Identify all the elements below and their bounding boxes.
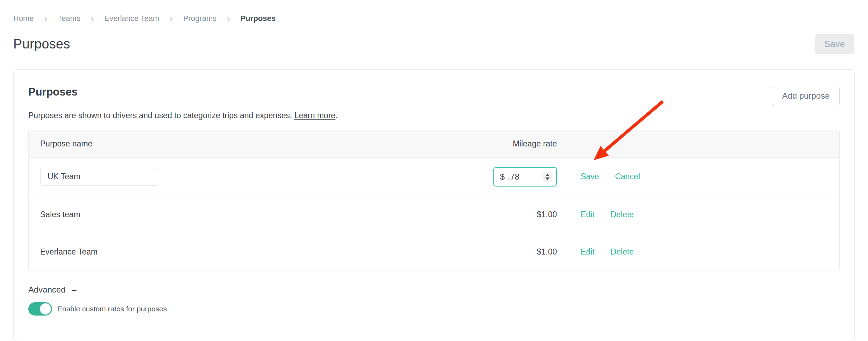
- save-button-top[interactable]: Save: [815, 34, 854, 54]
- chevron-right-icon: ›: [170, 15, 173, 22]
- row-actions: Save Cancel: [557, 172, 828, 181]
- advanced-label: Advanced: [28, 285, 66, 295]
- purpose-name-input[interactable]: [40, 168, 158, 186]
- row-save-link[interactable]: Save: [581, 172, 599, 181]
- mileage-rate-cell: $1.00: [492, 210, 557, 219]
- row-delete-link[interactable]: Delete: [611, 210, 634, 219]
- page-header: Purposes Save: [0, 34, 868, 54]
- row-actions: Edit Delete: [557, 247, 828, 257]
- learn-more-link[interactable]: Learn more: [294, 111, 336, 120]
- breadcrumb-purposes-current: Purposes: [241, 14, 275, 23]
- collapse-icon[interactable]: –: [72, 286, 77, 293]
- breadcrumb: Home › Teams › Everlance Team › Programs…: [0, 0, 868, 23]
- card-header: Purposes Add purpose: [28, 86, 840, 106]
- column-header-mileage-rate: Mileage rate: [492, 139, 557, 149]
- row-cancel-link[interactable]: Cancel: [615, 172, 640, 181]
- stepper-up-icon[interactable]: [545, 174, 550, 176]
- table-header-row: Purpose name Mileage rate: [29, 130, 839, 158]
- breadcrumb-programs[interactable]: Programs: [183, 14, 216, 23]
- chevron-right-icon: ›: [91, 15, 94, 22]
- page-title: Purposes: [13, 37, 70, 52]
- purpose-name-cell: [40, 168, 492, 186]
- advanced-section-header: Advanced –: [28, 285, 840, 295]
- breadcrumb-teams[interactable]: Teams: [58, 14, 80, 23]
- chevron-right-icon: ›: [227, 15, 230, 22]
- purpose-name-cell: Sales team: [40, 210, 492, 219]
- custom-rates-toggle-row: Enable custom rates for purposes: [28, 302, 840, 316]
- card-description-period: .: [336, 111, 338, 120]
- custom-rates-toggle-label: Enable custom rates for purposes: [57, 305, 167, 313]
- mileage-rate-input[interactable]: [508, 172, 532, 182]
- column-header-purpose-name: Purpose name: [40, 139, 492, 149]
- row-actions: Edit Delete: [557, 210, 828, 219]
- row-delete-link[interactable]: Delete: [611, 247, 634, 257]
- currency-symbol: $: [500, 172, 505, 182]
- mileage-rate-cell: $: [492, 167, 557, 187]
- stepper-down-icon[interactable]: [545, 177, 550, 180]
- row-edit-link[interactable]: Edit: [581, 210, 595, 219]
- card-description: Purposes are shown to drivers and used t…: [28, 111, 840, 120]
- table-row-editing: $ Save Cancel: [29, 158, 839, 196]
- purposes-table: Purpose name Mileage rate $ Save: [28, 130, 840, 271]
- purposes-card: Purposes Add purpose Purposes are shown …: [13, 69, 855, 341]
- breadcrumb-home[interactable]: Home: [13, 14, 34, 23]
- card-description-text: Purposes are shown to drivers and used t…: [28, 111, 292, 120]
- purpose-name-cell: Everlance Team: [40, 247, 492, 257]
- mileage-rate-field: $: [493, 167, 557, 187]
- table-row: Sales team $1.00 Edit Delete: [29, 196, 839, 233]
- breadcrumb-everlance-team[interactable]: Everlance Team: [104, 14, 159, 23]
- chevron-right-icon: ›: [44, 15, 47, 22]
- card-title: Purposes: [28, 86, 78, 98]
- custom-rates-toggle[interactable]: [28, 302, 52, 316]
- number-stepper[interactable]: [543, 172, 552, 182]
- row-edit-link[interactable]: Edit: [581, 247, 595, 257]
- add-purpose-button[interactable]: Add purpose: [772, 86, 840, 106]
- table-row: Everlance Team $1.00 Edit Delete: [29, 233, 839, 271]
- mileage-rate-cell: $1.00: [492, 247, 557, 257]
- toggle-knob: [40, 303, 51, 315]
